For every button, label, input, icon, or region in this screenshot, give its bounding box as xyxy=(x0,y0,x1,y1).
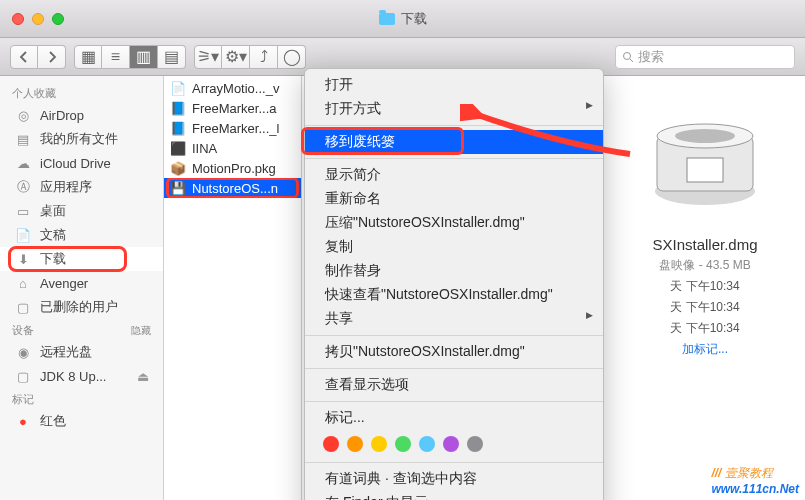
search-icon xyxy=(622,51,634,63)
documents-icon: 📄 xyxy=(14,226,32,244)
view-switcher: ▦ ≡ ▥ ▤ xyxy=(74,45,186,69)
window-controls xyxy=(12,13,64,25)
ctx-getinfo[interactable]: 显示简介 xyxy=(305,163,603,187)
folder-icon xyxy=(379,13,395,25)
sidebar-item-downloads[interactable]: ⬇下载 xyxy=(0,247,163,271)
sidebar-item-remotedisc[interactable]: ◉远程光盘 xyxy=(0,340,163,364)
preview-time2: 天 下午10:34 xyxy=(615,299,795,316)
separator xyxy=(305,158,603,159)
preview-time1: 天 下午10:34 xyxy=(615,278,795,295)
tag-blue[interactable] xyxy=(419,436,435,452)
file-item[interactable]: 📦MotionPro.pkg xyxy=(164,158,301,178)
sidebar-item-allfiles[interactable]: ▤我的所有文件 xyxy=(0,127,163,151)
ctx-share[interactable]: 共享 xyxy=(305,307,603,331)
devices-header: 设备隐藏 xyxy=(0,319,163,340)
preview-pane: SXInstaller.dmg 盘映像 - 43.5 MB 天 下午10:34 … xyxy=(605,76,805,368)
tags-button[interactable]: ◯ xyxy=(278,45,306,69)
forward-button[interactable] xyxy=(38,45,66,69)
tag-green[interactable] xyxy=(395,436,411,452)
tag-red[interactable] xyxy=(323,436,339,452)
action-button[interactable]: ⚙▾ xyxy=(222,45,250,69)
file-item[interactable]: 📘FreeMarker...a xyxy=(164,98,301,118)
ctx-duplicate[interactable]: 复制 xyxy=(305,235,603,259)
cloud-icon: ☁ xyxy=(14,154,32,172)
ctx-dict[interactable]: 有道词典 · 查询选中内容 xyxy=(305,467,603,491)
tags-header: 标记 xyxy=(0,388,163,409)
folder-icon: ▢ xyxy=(14,298,32,316)
ctx-quicklook[interactable]: 快速查看"NutstoreOSXInstaller.dmg" xyxy=(305,283,603,307)
sidebar-item-avenger[interactable]: ⌂Avenger xyxy=(0,271,163,295)
file-icon: 📘 xyxy=(170,100,186,116)
share-button[interactable]: ⤴ xyxy=(250,45,278,69)
minimize-icon[interactable] xyxy=(32,13,44,25)
ctx-tag-colors xyxy=(305,430,603,458)
svg-point-0 xyxy=(624,52,631,59)
ctx-viewopts[interactable]: 查看显示选项 xyxy=(305,373,603,397)
ctx-open[interactable]: 打开 xyxy=(305,73,603,97)
zoom-icon[interactable] xyxy=(52,13,64,25)
tag-purple[interactable] xyxy=(443,436,459,452)
separator xyxy=(305,335,603,336)
search-input[interactable]: 搜索 xyxy=(615,45,795,69)
separator xyxy=(305,125,603,126)
preview-kind: 盘映像 - 43.5 MB xyxy=(615,257,795,274)
title-text: 下载 xyxy=(401,10,427,28)
separator xyxy=(305,368,603,369)
tag-gray[interactable] xyxy=(467,436,483,452)
ctx-openwith[interactable]: 打开方式 xyxy=(305,97,603,121)
search-placeholder: 搜索 xyxy=(638,48,664,66)
sidebar-item-icloud[interactable]: ☁iCloud Drive xyxy=(0,151,163,175)
arrange-button[interactable]: ⚞▾ xyxy=(194,45,222,69)
dmg-icon: 💾 xyxy=(170,180,186,196)
file-column: 📄ArrayMotio..._v 📘FreeMarker...a 📘FreeMa… xyxy=(164,76,302,500)
file-item[interactable]: 📘FreeMarker..._l xyxy=(164,118,301,138)
home-icon: ⌂ xyxy=(14,274,32,292)
tag-orange[interactable] xyxy=(347,436,363,452)
ctx-copy[interactable]: 拷贝"NutstoreOSXInstaller.dmg" xyxy=(305,340,603,364)
close-icon[interactable] xyxy=(12,13,24,25)
favorites-header: 个人收藏 xyxy=(0,82,163,103)
file-item[interactable]: ⬛IINA xyxy=(164,138,301,158)
file-item[interactable]: 📄ArrayMotio..._v xyxy=(164,78,301,98)
file-icon: 📘 xyxy=(170,120,186,136)
arrange-group: ⚞▾ ⚙▾ ⤴ ◯ xyxy=(194,45,306,69)
ctx-rename[interactable]: 重新命名 xyxy=(305,187,603,211)
disk-image-icon xyxy=(645,96,765,216)
allfiles-icon: ▤ xyxy=(14,130,32,148)
separator xyxy=(305,462,603,463)
preview-time3: 天 下午10:34 xyxy=(615,320,795,337)
disc-icon: ◉ xyxy=(14,343,32,361)
titlebar: 下载 xyxy=(0,0,805,38)
app-icon: ⬛ xyxy=(170,140,186,156)
eject-icon[interactable]: ⏏ xyxy=(137,369,149,384)
tag-yellow[interactable] xyxy=(371,436,387,452)
icon-view-button[interactable]: ▦ xyxy=(74,45,102,69)
preview-addtag[interactable]: 加标记... xyxy=(615,341,795,358)
ctx-trash[interactable]: 移到废纸篓 xyxy=(305,130,603,154)
sidebar-item-desktop[interactable]: ▭桌面 xyxy=(0,199,163,223)
column-view-button[interactable]: ▥ xyxy=(130,45,158,69)
apps-icon: Ⓐ xyxy=(14,178,32,196)
sidebar-item-apps[interactable]: Ⓐ应用程序 xyxy=(0,175,163,199)
sidebar-item-documents[interactable]: 📄文稿 xyxy=(0,223,163,247)
sidebar-item-jdk[interactable]: ▢JDK 8 Up...⏏ xyxy=(0,364,163,388)
gallery-view-button[interactable]: ▤ xyxy=(158,45,186,69)
watermark: /// 壹聚教程 www.111cn.Net xyxy=(711,465,799,496)
file-item-selected[interactable]: 💾NutstoreOS...n xyxy=(164,178,301,198)
ctx-reveal[interactable]: 在 Finder 中显示 xyxy=(305,491,603,500)
back-button[interactable] xyxy=(10,45,38,69)
sidebar-tag-red[interactable]: ●红色 xyxy=(0,409,163,433)
sidebar-item-airdrop[interactable]: ◎AirDrop xyxy=(0,103,163,127)
file-icon: 📄 xyxy=(170,80,186,96)
sidebar-item-deleted[interactable]: ▢已删除的用户 xyxy=(0,295,163,319)
disk-icon: ▢ xyxy=(14,367,32,385)
desktop-icon: ▭ xyxy=(14,202,32,220)
ctx-compress[interactable]: 压缩"NutstoreOSXInstaller.dmg" xyxy=(305,211,603,235)
hide-button[interactable]: 隐藏 xyxy=(131,324,151,338)
svg-point-5 xyxy=(675,129,735,143)
ctx-alias[interactable]: 制作替身 xyxy=(305,259,603,283)
list-view-button[interactable]: ≡ xyxy=(102,45,130,69)
svg-line-1 xyxy=(630,59,633,62)
svg-rect-6 xyxy=(687,158,723,182)
ctx-tags-label: 标记... xyxy=(305,406,603,430)
